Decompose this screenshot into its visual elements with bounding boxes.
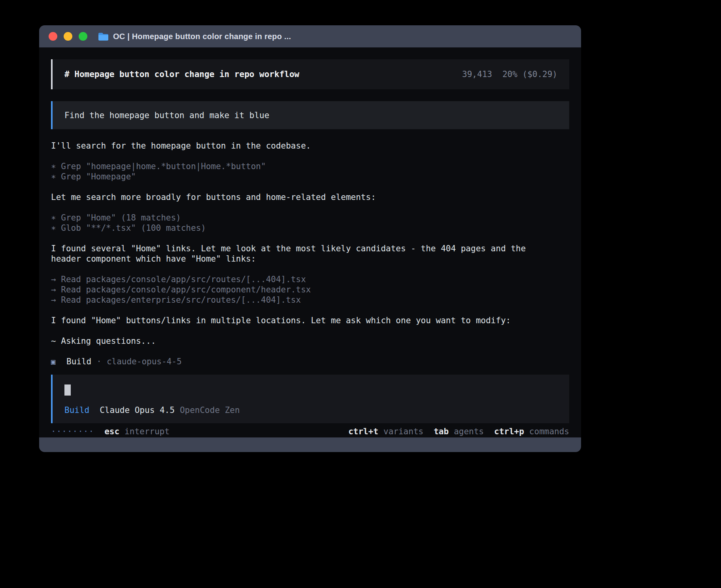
context-cost: 20% ($0.29) — [502, 69, 557, 79]
agent-name: Build — [66, 356, 91, 367]
prompt-agent[interactable]: Build — [64, 405, 89, 415]
shortcut-variants: ctrl+t variants — [348, 426, 423, 437]
blank-line — [51, 305, 569, 315]
status-bar: ········ esc interrupt ctrl+t variants t… — [51, 426, 569, 437]
folder-icon — [98, 32, 109, 41]
shortcut-hints: ctrl+t variants tab agents ctrl+p comman… — [348, 426, 569, 437]
tool-call-line: ∗ Grep "Homepage" — [51, 172, 569, 182]
shortcut-label: agents — [454, 426, 484, 437]
shortcut-key: ctrl+p — [494, 426, 524, 437]
terminal-window: OC | Homepage button color change in rep… — [39, 25, 581, 452]
session-stats: 39,413 20% ($0.29) — [462, 69, 557, 79]
assistant-text-line: I'll search for the homepage button in t… — [51, 141, 569, 151]
window-title: OC | Homepage button color change in rep… — [113, 32, 291, 41]
prompt-input[interactable]: Build Claude Opus 4.5 OpenCode Zen — [51, 375, 569, 423]
tool-call-line: → Read packages/enterprise/src/routes/[.… — [51, 295, 569, 305]
transcript: I'll search for the homepage button in t… — [51, 141, 569, 346]
agent-model: claude-opus-4-5 — [107, 356, 182, 367]
user-message: Find the homepage button and make it blu… — [51, 101, 569, 129]
tool-call-line: ∗ Grep "Home" (18 matches) — [51, 213, 569, 223]
esc-key: esc — [104, 426, 119, 437]
shortcut-label: commands — [529, 426, 569, 437]
shortcut-agents: tab agents — [434, 426, 484, 437]
shortcut-label: variants — [383, 426, 423, 437]
agent-status-line: ▣ Build · claude-opus-4-5 — [51, 356, 569, 367]
agent-icon: ▣ — [51, 356, 66, 367]
text-cursor — [64, 384, 71, 396]
blank-line — [51, 264, 569, 274]
assistant-text-line: header component which have "Home" links… — [51, 254, 569, 264]
shortcut-key: ctrl+t — [348, 426, 378, 437]
tool-call-line: ∗ Glob "**/*.tsx" (100 matches) — [51, 223, 569, 233]
prompt-provider: OpenCode Zen — [180, 405, 240, 415]
shortcut-key: tab — [434, 426, 449, 437]
traffic-lights — [49, 32, 87, 41]
blank-line — [51, 233, 569, 243]
blank-line — [51, 151, 569, 161]
spinner-dots: ········ — [51, 426, 94, 437]
session-header: # Homepage button color change in repo w… — [51, 59, 569, 89]
shortcut-commands: ctrl+p commands — [494, 426, 569, 437]
assistant-text-line: I found "Home" buttons/links in multiple… — [51, 315, 569, 326]
assistant-text-line: I found several "Home" links. Let me loo… — [51, 243, 569, 254]
tool-call-line: ∗ Grep "homepage|home.*button|Home.*butt… — [51, 161, 569, 172]
user-message-text: Find the homepage button and make it blu… — [64, 110, 269, 121]
prompt-meta: Build Claude Opus 4.5 OpenCode Zen — [64, 405, 557, 415]
token-count: 39,413 — [462, 69, 492, 79]
interrupt-label: interrupt — [125, 426, 170, 437]
tool-call-line: → Read packages/console/app/src/routes/[… — [51, 274, 569, 285]
assistant-text-line: Let me search more broadly for buttons a… — [51, 192, 569, 202]
assistant-text-line: ~ Asking questions... — [51, 336, 569, 346]
zoom-button[interactable] — [79, 32, 87, 41]
prompt-model[interactable]: Claude Opus 4.5 — [100, 405, 175, 415]
agent-separator: · — [96, 356, 102, 367]
blank-line — [51, 202, 569, 213]
minimize-button[interactable] — [64, 32, 72, 41]
blank-line — [51, 182, 569, 192]
close-button[interactable] — [49, 32, 57, 41]
titlebar: OC | Homepage button color change in rep… — [39, 25, 581, 47]
tool-call-line: → Read packages/console/app/src/componen… — [51, 285, 569, 295]
blank-line — [51, 326, 569, 336]
terminal-content: # Homepage button color change in repo w… — [39, 47, 581, 437]
session-title: # Homepage button color change in repo w… — [64, 69, 299, 79]
